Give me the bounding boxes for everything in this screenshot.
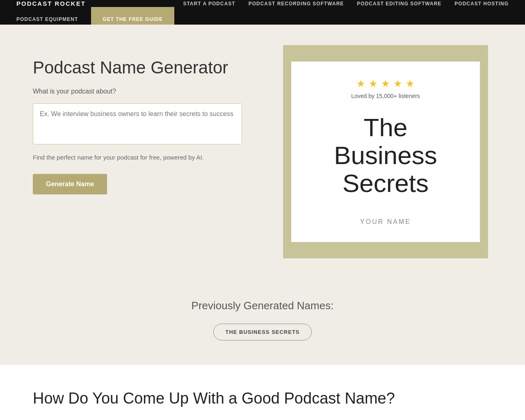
star-4: ★ bbox=[393, 78, 402, 89]
prev-tag-business-secrets[interactable]: THE BUSINESS SECRETS bbox=[213, 324, 311, 340]
star-rating: ★ ★ ★ ★ ★ bbox=[356, 78, 415, 89]
hero-left: Podcast Name Generator What is your podc… bbox=[33, 49, 246, 194]
listeners-count: Loved by 15,000+ listeners bbox=[351, 93, 420, 99]
hero-right: ★ ★ ★ ★ ★ Loved by 15,000+ listeners The… bbox=[262, 49, 509, 258]
nav-equipment-link[interactable]: PODCAST EQUIPMENT bbox=[16, 16, 78, 22]
page-title: Podcast Name Generator bbox=[33, 57, 246, 78]
hero-label: What is your podcast about? bbox=[33, 88, 246, 95]
previously-generated-section: Previously Generated Names: THE BUSINESS… bbox=[0, 283, 525, 365]
nav-link-recording[interactable]: PODCAST RECORDING SOFTWARE bbox=[249, 1, 344, 7]
nav-links: START A PODCAST PODCAST RECORDING SOFTWA… bbox=[183, 1, 509, 7]
star-2: ★ bbox=[369, 78, 378, 89]
nav-link-hosting[interactable]: PODCAST HOSTING bbox=[454, 1, 509, 7]
podcast-card-outer: ★ ★ ★ ★ ★ Loved by 15,000+ listeners The… bbox=[283, 45, 488, 258]
generate-name-button[interactable]: Generate Name bbox=[33, 174, 107, 194]
previously-title: Previously Generated Names: bbox=[8, 299, 517, 312]
nav-link-start[interactable]: START A PODCAST bbox=[183, 1, 235, 7]
nav-logo: PODCAST ROCKET bbox=[16, 0, 86, 7]
podcast-topic-input[interactable] bbox=[33, 103, 242, 144]
how-title: How Do You Come Up With a Good Podcast N… bbox=[33, 390, 492, 407]
star-5: ★ bbox=[406, 78, 415, 89]
podcast-generated-title: The Business Secrets bbox=[334, 114, 437, 198]
podcast-card-inner: ★ ★ ★ ★ ★ Loved by 15,000+ listeners The… bbox=[291, 62, 480, 242]
previously-tags: THE BUSINESS SECRETS bbox=[8, 324, 517, 340]
navbar: PODCAST ROCKET START A PODCAST PODCAST R… bbox=[0, 0, 525, 25]
hero-subtext: Find the perfect name for your podcast f… bbox=[33, 153, 230, 162]
podcast-author-name: YOUR NAME bbox=[360, 218, 411, 226]
star-1: ★ bbox=[356, 78, 365, 89]
how-section: How Do You Come Up With a Good Podcast N… bbox=[0, 365, 525, 420]
hero-section: Podcast Name Generator What is your podc… bbox=[0, 25, 525, 283]
star-3: ★ bbox=[381, 78, 390, 89]
nav-link-editing[interactable]: PODCAST EDITING SOFTWARE bbox=[357, 1, 441, 7]
